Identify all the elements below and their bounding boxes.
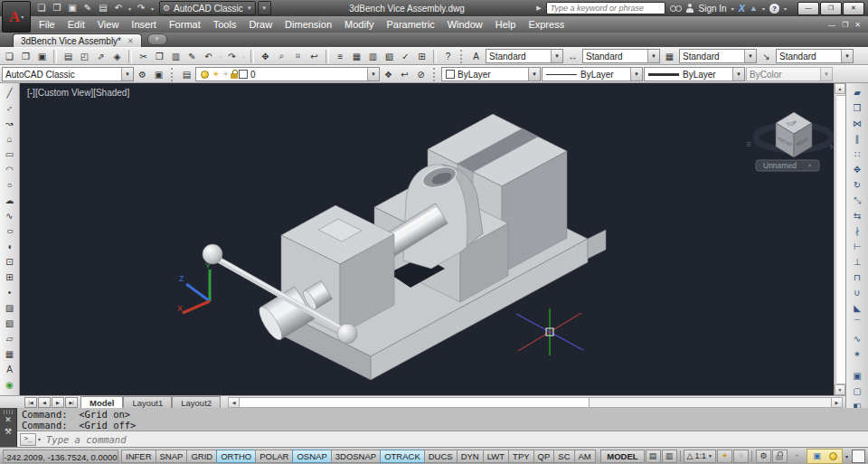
horizontal-scrollbar[interactable]: ◀ ▶ bbox=[228, 397, 843, 408]
my-workspace-button[interactable]: ▣ bbox=[151, 67, 166, 81]
menu-tools[interactable]: Tools bbox=[207, 16, 243, 33]
draw-gradient-button[interactable]: ▧ bbox=[2, 316, 18, 331]
toggle-snap[interactable]: SNAP bbox=[156, 450, 188, 463]
infocenter-expand-icon[interactable]: ▶ bbox=[536, 5, 541, 12]
tool-zoom-window-button[interactable]: ⌗ bbox=[290, 49, 306, 63]
exchange-dropdown-icon[interactable]: ▾ bbox=[762, 5, 765, 12]
sign-in-button[interactable]: Sign In bbox=[699, 4, 727, 14]
draw-multiline-text-button[interactable]: A bbox=[2, 362, 18, 377]
chevron-down-icon[interactable]: ▼ bbox=[551, 50, 562, 62]
annotation-scale-button[interactable]: △ 1:1 ▼ bbox=[684, 450, 716, 463]
scroll-left-icon[interactable]: ◀ bbox=[229, 398, 240, 407]
layer-states-button[interactable]: ❖ bbox=[381, 67, 396, 81]
toggle-otrack[interactable]: OTRACK bbox=[380, 450, 425, 463]
chevron-down-icon[interactable]: ▼ bbox=[367, 68, 379, 80]
chevron-down-icon[interactable]: ▼ bbox=[630, 68, 642, 80]
modify-offset-button[interactable]: ∥ bbox=[849, 131, 865, 147]
annotation-visibility-button[interactable]: ✦ bbox=[717, 450, 732, 463]
tool-redo-dropdown-icon[interactable]: ▾ bbox=[241, 53, 247, 60]
toggle-osnap[interactable]: OSNAP bbox=[292, 450, 331, 463]
table-style-dropdown[interactable]: Standard▼ bbox=[679, 49, 757, 63]
menu-parametric[interactable]: Parametric bbox=[380, 16, 440, 33]
workspace-settings-button[interactable]: ⚙ bbox=[135, 67, 150, 81]
autodesk360-icon[interactable]: X bbox=[739, 3, 745, 14]
modify-blend-curves-button[interactable]: ∿ bbox=[849, 331, 865, 346]
tool-3d-dwf-button[interactable]: ◈ bbox=[109, 49, 125, 63]
linetype-dropdown[interactable]: ByLayer ▼ bbox=[542, 67, 643, 81]
command-customize-icon[interactable]: ⚒ bbox=[5, 426, 12, 438]
workspace-switching-button[interactable]: ⚙ bbox=[756, 450, 771, 463]
annotation-autoscale-button[interactable]: ✧ bbox=[733, 450, 749, 463]
toggle-sc[interactable]: SC bbox=[553, 450, 574, 463]
text-style-dropdown[interactable]: Standard▼ bbox=[486, 49, 563, 63]
qat-plot-button[interactable]: ▤ bbox=[96, 2, 110, 14]
clean-screen-button[interactable] bbox=[852, 450, 865, 463]
command-close-icon[interactable]: ✕ bbox=[5, 414, 12, 426]
close-button[interactable]: ✕ bbox=[843, 2, 864, 15]
toggle-lwt[interactable]: LWT bbox=[483, 450, 509, 463]
doc-restore-button[interactable]: ❐ bbox=[842, 21, 848, 29]
help-dropdown-icon[interactable]: ▾ bbox=[784, 5, 787, 12]
qat-undo-dropdown-icon[interactable]: ▾ bbox=[127, 5, 133, 12]
horizontal-scroll-thumb[interactable] bbox=[240, 398, 590, 407]
coordinates-readout[interactable]: -242.2009, -136.7524, 0.0000 bbox=[3, 450, 118, 463]
modify-trim-button[interactable]: ∤ bbox=[849, 223, 865, 239]
draw-ellipse-arc-button[interactable]: ◖ bbox=[2, 239, 18, 254]
draworder-bring-to-front-button[interactable]: ▣ bbox=[849, 368, 865, 384]
toggle-tpy[interactable]: TPY bbox=[508, 450, 533, 463]
navigation-wheel-button[interactable]: ◔ bbox=[788, 450, 804, 463]
doc-minimize-button[interactable]: — bbox=[828, 21, 835, 29]
toolbar-grip[interactable] bbox=[433, 68, 437, 81]
viewcube-view-button[interactable]: Unnamed ▾ bbox=[756, 160, 819, 171]
tool-quickcalc-button[interactable]: ⊞ bbox=[414, 49, 429, 63]
toggle-grid[interactable]: GRID bbox=[186, 450, 217, 463]
draw-hatch-button[interactable]: ▨ bbox=[2, 300, 18, 316]
workspaces-dropdown[interactable]: AutoCAD Classic ▼ bbox=[2, 67, 134, 81]
restore-button[interactable]: ❐ bbox=[820, 2, 842, 15]
layer-previous-button[interactable]: ↩ bbox=[397, 67, 412, 81]
tool-properties-button[interactable]: ≡ bbox=[333, 49, 348, 63]
file-tab-close-icon[interactable]: ✕ bbox=[127, 37, 134, 45]
toggle-polar[interactable]: POLAR bbox=[255, 450, 293, 463]
command-input[interactable] bbox=[44, 433, 868, 446]
toggle-ortho[interactable]: ORTHO bbox=[216, 450, 256, 463]
text-style-icon[interactable]: A bbox=[468, 49, 484, 63]
chevron-down-icon[interactable]: ▼ bbox=[647, 50, 659, 62]
layer-properties-button[interactable]: ▤ bbox=[179, 67, 194, 81]
layer-on-icon[interactable] bbox=[201, 71, 209, 79]
tool-zoom-previous-button[interactable]: ↩ bbox=[307, 49, 322, 63]
qat-redo-dropdown-icon[interactable]: ▾ bbox=[149, 5, 156, 12]
chevron-down-icon[interactable]: ▼ bbox=[841, 50, 853, 62]
menu-file[interactable]: File bbox=[33, 16, 61, 33]
draw-circle-button[interactable]: ○ bbox=[2, 177, 18, 193]
layer-dropdown[interactable]: ☀ ☀ 0 ▼ bbox=[195, 67, 380, 81]
layout-nav-2[interactable]: ▶ bbox=[52, 397, 64, 408]
lineweight-dropdown[interactable]: ByLayer ▼ bbox=[644, 67, 745, 81]
tool-undo-dropdown-icon[interactable]: ▾ bbox=[217, 53, 223, 60]
tab-layout1[interactable]: Layout1 bbox=[123, 396, 172, 408]
tool-undo-button[interactable]: ↶ bbox=[201, 49, 216, 63]
hardware-acceleration-button[interactable]: ▣ bbox=[809, 450, 825, 463]
toolbar-grip[interactable] bbox=[171, 68, 175, 81]
modify-array-button[interactable]: ∷ bbox=[849, 147, 865, 162]
menu-dimension[interactable]: Dimension bbox=[278, 16, 338, 33]
chevron-down-icon[interactable]: ▼ bbox=[528, 68, 540, 80]
modify-join-button[interactable]: ∪ bbox=[849, 285, 865, 300]
layout-nav-0[interactable]: |◀ bbox=[24, 397, 37, 408]
menu-express[interactable]: Express bbox=[522, 16, 571, 33]
chevron-down-icon[interactable]: ▼ bbox=[732, 68, 744, 80]
tool-redo-button[interactable]: ↷ bbox=[224, 49, 240, 63]
draw-point-button[interactable]: • bbox=[2, 285, 18, 300]
workspace-switcher[interactable]: ⚙ AutoCAD Classic ▼ bbox=[159, 1, 256, 15]
modify-explode-button[interactable]: ✶ bbox=[849, 346, 865, 362]
viewcube[interactable]: E N TOP FRONT RIGHT Unnamed ▾ bbox=[747, 112, 834, 171]
menu-window[interactable]: Window bbox=[441, 16, 489, 33]
search-input[interactable] bbox=[546, 2, 665, 14]
modify-mirror-button[interactable]: ⋈ bbox=[849, 116, 865, 131]
model-space-button[interactable]: MODEL bbox=[600, 450, 644, 463]
application-menu-button[interactable]: A ▾ bbox=[2, 1, 31, 33]
toolbar-grip[interactable] bbox=[460, 50, 464, 63]
layer-vp-freeze-icon[interactable]: ☀ bbox=[221, 70, 231, 79]
layer-thaw-icon[interactable]: ☀ bbox=[211, 70, 221, 79]
draw-add-selected-button[interactable]: ◉ bbox=[2, 377, 18, 393]
